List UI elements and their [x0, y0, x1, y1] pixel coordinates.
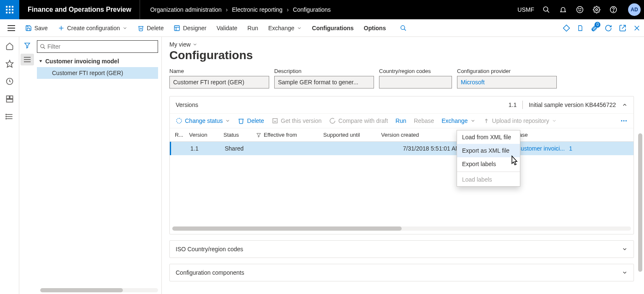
svg-point-39 — [5, 116, 6, 117]
versions-header[interactable]: Versions 1.1 Initial sample version KB44… — [170, 96, 634, 114]
download-icon — [272, 117, 278, 124]
col-base[interactable]: Base — [515, 132, 634, 138]
change-status-button[interactable]: Change status — [176, 117, 230, 124]
col-r[interactable]: R... — [172, 132, 189, 138]
svg-point-13 — [581, 8, 582, 9]
waffle-icon[interactable] — [0, 0, 19, 19]
components-fasttab[interactable]: Configuration components — [169, 264, 634, 281]
close-icon[interactable] — [633, 24, 641, 32]
exchange-button[interactable]: Exchange — [264, 23, 306, 33]
change-status-label: Change status — [185, 117, 223, 124]
col-status[interactable]: Status — [223, 132, 256, 138]
svg-point-16 — [613, 11, 614, 12]
svg-point-38 — [5, 114, 6, 115]
grid-horizontal-scrollbar[interactable] — [172, 226, 631, 231]
gear-icon[interactable] — [592, 5, 601, 14]
view-selector[interactable]: My view — [169, 41, 634, 48]
avatar[interactable]: AD — [628, 3, 641, 16]
country-label: Country/region codes — [379, 68, 452, 74]
bell-icon[interactable] — [558, 5, 568, 14]
search-command[interactable] — [396, 23, 411, 33]
version-exchange-button[interactable]: Exchange — [441, 117, 475, 124]
col-version[interactable]: Version — [189, 132, 223, 138]
workspace-icon[interactable] — [5, 94, 15, 104]
star-icon[interactable] — [5, 59, 15, 69]
provider-field[interactable]: Microsoft — [457, 76, 557, 88]
modules-icon[interactable] — [5, 112, 15, 122]
search-icon[interactable] — [542, 5, 551, 14]
svg-point-11 — [577, 7, 583, 13]
options-tab[interactable]: Options — [360, 23, 390, 33]
delete-label: Delete — [147, 25, 164, 31]
delete-button[interactable]: Delete — [133, 23, 168, 33]
office-icon[interactable] — [577, 24, 584, 32]
hamburger-icon[interactable] — [3, 25, 19, 31]
main-vertical-scrollbar[interactable] — [638, 133, 642, 272]
smiley-icon[interactable] — [575, 5, 584, 14]
get-version-button: Get this version — [272, 117, 322, 124]
list-view-icon[interactable] — [21, 54, 34, 65]
cell-base[interactable]: Customer invoici... 1 — [517, 145, 634, 152]
filter-input-wrapper[interactable] — [37, 40, 158, 53]
more-actions-button[interactable] — [620, 117, 628, 125]
refresh-icon[interactable] — [605, 24, 612, 32]
clock-icon[interactable] — [5, 76, 15, 86]
tree-root[interactable]: Customer invoicing model — [37, 55, 158, 67]
create-configuration-button[interactable]: Create configuration — [54, 23, 132, 33]
description-field[interactable]: Sample GER format to gener... — [274, 76, 374, 88]
country-field[interactable] — [379, 76, 452, 88]
cursor-pointer-icon — [509, 155, 519, 166]
menu-load-xml[interactable]: Load from XML file — [457, 130, 520, 144]
filter-input[interactable] — [47, 43, 155, 50]
left-rail — [0, 37, 19, 294]
col-created[interactable]: Version created — [381, 132, 461, 138]
global-header: Finance and Operations Preview Organizat… — [0, 0, 644, 19]
trash-icon — [138, 25, 144, 31]
tree-child-label: Customer FTI report (GER) — [52, 70, 123, 76]
attachments-icon[interactable]: 0 — [590, 24, 598, 32]
version-delete-label: Delete — [247, 117, 264, 124]
diamond-icon[interactable] — [563, 24, 570, 32]
version-delete-button[interactable]: Delete — [238, 117, 264, 124]
name-field[interactable]: Customer FTI report (GER) — [169, 76, 269, 88]
rebase-label: Rebase — [414, 117, 434, 124]
designer-icon — [174, 25, 180, 31]
svg-line-10 — [547, 10, 549, 13]
iso-fasttab[interactable]: ISO Country/region codes — [169, 240, 634, 258]
svg-point-45 — [41, 44, 44, 48]
upload-label: Upload into repository — [492, 117, 549, 124]
save-button[interactable]: Save — [21, 23, 52, 33]
col-effective[interactable]: Effective from — [256, 132, 323, 138]
nav-horizontal-scrollbar[interactable] — [40, 288, 158, 292]
svg-marker-54 — [257, 133, 261, 137]
home-icon[interactable] — [5, 41, 15, 51]
svg-point-9 — [543, 7, 548, 11]
provider-value: Microsoft — [461, 79, 485, 86]
breadcrumb-item[interactable]: Organization administration — [150, 6, 221, 13]
run-button[interactable]: Run — [243, 23, 262, 33]
col-supported[interactable]: Supported until — [323, 132, 381, 138]
chevron-up-icon[interactable] — [622, 102, 628, 108]
svg-rect-33 — [10, 96, 13, 99]
rebase-button: Rebase — [414, 117, 434, 124]
company-label[interactable]: USMF — [517, 6, 534, 13]
popout-icon[interactable] — [619, 24, 626, 32]
version-run-button[interactable]: Run — [395, 117, 406, 124]
tree-child-selected[interactable]: Customer FTI report (GER) — [37, 67, 158, 79]
svg-rect-34 — [6, 99, 13, 102]
grid-row-selected[interactable]: 1.1 Shared 7/31/2018 5:51:01 AM Customer… — [170, 142, 634, 155]
run-label: Run — [247, 25, 258, 31]
divider — [522, 101, 523, 109]
version-run-label: Run — [395, 117, 406, 124]
designer-button[interactable]: Designer — [169, 23, 210, 33]
breadcrumb-item[interactable]: Configurations — [293, 6, 331, 13]
command-bar-right: 0 — [563, 24, 641, 32]
help-icon[interactable] — [609, 5, 618, 14]
configurations-tab[interactable]: Configurations — [308, 23, 358, 33]
filter-icon[interactable] — [24, 42, 31, 49]
get-version-label: Get this version — [281, 117, 322, 124]
config-tree: Customer invoicing model Customer FTI re… — [37, 55, 158, 79]
upload-icon — [483, 117, 490, 124]
validate-button[interactable]: Validate — [213, 23, 242, 33]
breadcrumb-item[interactable]: Electronic reporting — [232, 6, 283, 13]
